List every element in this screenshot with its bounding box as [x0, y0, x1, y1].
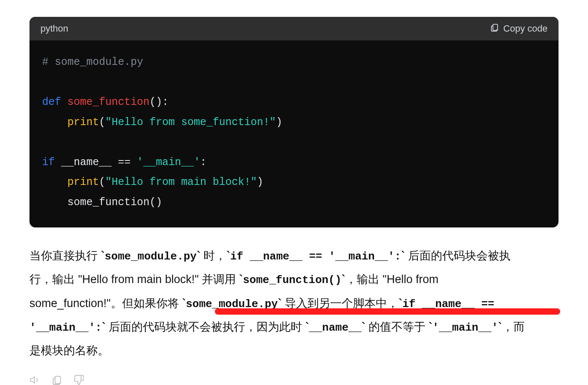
speaker-icon[interactable]	[29, 374, 40, 385]
code-dunder-name: __name__	[61, 156, 112, 168]
copy-code-label: Copy code	[503, 23, 548, 34]
copy-code-button[interactable]: Copy code	[490, 23, 548, 35]
code-comment: # some_module.py	[42, 56, 143, 68]
text: 后面的代码块就不会被执行，因为此时	[106, 321, 305, 333]
thumbs-down-icon[interactable]	[73, 374, 84, 385]
code-function-name: some_function	[67, 96, 150, 108]
inline-code: '__main__'	[433, 321, 498, 334]
text: 的值不等于	[365, 321, 428, 333]
inline-code: some_module.py	[105, 250, 197, 263]
code-language-label: python	[40, 23, 68, 34]
code-string: "Hello from main block!"	[105, 176, 257, 188]
code-string: "Hello from some_function!"	[105, 116, 276, 128]
code-call: some_function()	[67, 196, 162, 209]
text: 当你直接执行	[29, 249, 101, 262]
code-block: python Copy code # some_module.py def so…	[29, 17, 559, 227]
explanation-paragraph: 当你直接执行 `some_module.py` 时，`if __name__ =…	[29, 244, 527, 363]
annotation-underline	[215, 308, 560, 315]
code-builtin-print: print	[67, 176, 99, 188]
code-block-header: python Copy code	[29, 17, 559, 40]
clipboard-icon	[490, 23, 499, 35]
code-keyword-def: def	[42, 96, 61, 108]
message-actions	[29, 374, 559, 385]
code-builtin-print: print	[67, 116, 99, 128]
text: 时，	[200, 249, 227, 262]
code-content[interactable]: # some_module.py def some_function(): pr…	[29, 40, 559, 227]
code-string-main: '__main__'	[137, 156, 200, 168]
svg-marker-1	[30, 377, 35, 383]
inline-code: some_function()	[243, 274, 342, 286]
inline-code: if __name__ == '__main__':	[230, 250, 401, 263]
clipboard-icon[interactable]	[51, 374, 62, 385]
text: 导入到另一个脚本中，	[282, 297, 399, 310]
code-keyword-if: if	[42, 156, 55, 168]
inline-code: __name__	[309, 321, 362, 334]
